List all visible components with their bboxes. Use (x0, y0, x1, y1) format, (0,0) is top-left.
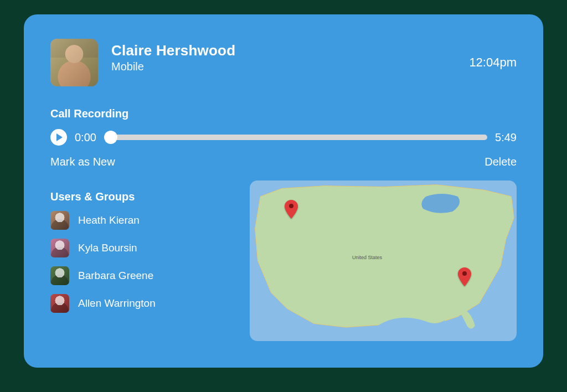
current-time: 0:00 (75, 131, 96, 144)
mark-as-new-link[interactable]: Mark as New (50, 156, 115, 168)
map-pin-icon[interactable] (458, 267, 471, 286)
call-time: 12:04pm (469, 39, 517, 70)
user-name: Barbara Greene (78, 270, 153, 282)
user-name: Kyla Boursin (78, 242, 137, 254)
user-name: Allen Warrington (78, 297, 156, 310)
user-row[interactable]: Barbara Greene (50, 266, 228, 285)
lower-section: Users & Groups Heath Kieran Kyla Boursin… (50, 180, 517, 341)
contact-name-block: Claire Hershwood Mobile (111, 39, 469, 73)
user-row[interactable]: Heath Kieran (50, 211, 228, 230)
user-name: Heath Kieran (78, 214, 140, 226)
recording-player: 0:00 5:49 (50, 129, 517, 146)
contact-header: Claire Hershwood Mobile 12:04pm (50, 39, 517, 86)
seek-thumb[interactable] (104, 131, 117, 144)
users-panel: Users & Groups Heath Kieran Kyla Boursin… (50, 180, 228, 322)
user-avatar (50, 294, 69, 313)
duration-time: 5:49 (495, 131, 517, 144)
svg-point-0 (289, 204, 293, 208)
user-row[interactable]: Kyla Boursin (50, 239, 228, 257)
recording-actions: Mark as New Delete (50, 156, 517, 168)
users-title: Users & Groups (50, 190, 228, 203)
user-row[interactable]: Allen Warrington (50, 294, 228, 313)
seek-track[interactable] (104, 135, 487, 140)
contact-name: Claire Hershwood (111, 42, 469, 59)
svg-point-1 (462, 271, 467, 276)
contact-avatar[interactable] (50, 39, 98, 86)
user-avatar (50, 239, 69, 257)
user-avatar (50, 266, 69, 285)
location-map[interactable]: United States (250, 180, 517, 341)
user-avatar (50, 211, 69, 230)
map-pin-icon[interactable] (285, 200, 298, 219)
play-icon (56, 133, 63, 141)
contact-subtitle: Mobile (111, 60, 469, 73)
call-detail-card: Claire Hershwood Mobile 12:04pm Call Rec… (24, 14, 543, 368)
play-button[interactable] (50, 129, 67, 146)
delete-link[interactable]: Delete (484, 156, 517, 168)
recording-title: Call Recording (50, 107, 517, 120)
